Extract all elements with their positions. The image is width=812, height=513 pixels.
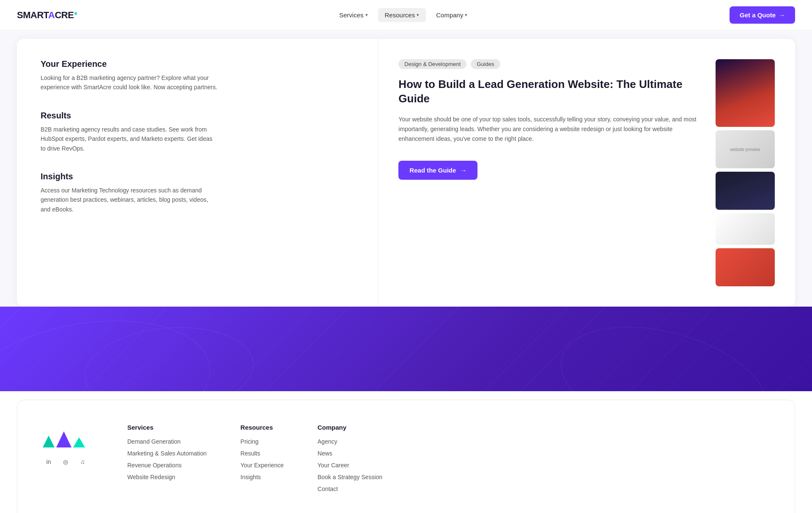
footer-company-list: Agency News Your Career Book a Strategy …: [318, 438, 382, 493]
footer-brand: in ◎ ♫: [43, 424, 102, 497]
instagram-icon[interactable]: ◎: [60, 456, 71, 468]
list-item: Marketing & Sales Automation: [127, 450, 207, 457]
footer-col-resources: Resources Pricing Results Your Experienc…: [241, 424, 284, 497]
list-item: Insights: [241, 473, 284, 481]
footer-link-contact[interactable]: Contact: [318, 486, 338, 492]
chevron-down-icon: ▾: [465, 12, 467, 18]
arrow-right-icon: →: [460, 167, 466, 174]
smartacre-logo-icon: [43, 424, 102, 447]
footer-logo: [43, 424, 102, 447]
article-content: Design & Development Guides How to Build…: [398, 59, 702, 286]
footer-resources-list: Pricing Results Your Experience Insights: [241, 438, 284, 481]
footer-socials: in ◎ ♫: [43, 456, 102, 468]
footer-link-results[interactable]: Results: [241, 450, 261, 457]
get-quote-button[interactable]: Get a Quote →: [730, 6, 795, 24]
preview-img-3: [716, 172, 775, 210]
deco-line-2: [548, 307, 780, 391]
footer-link-agency[interactable]: Agency: [318, 438, 337, 445]
footer-services-list: Demand Generation Marketing & Sales Auto…: [127, 438, 207, 481]
nav-company[interactable]: Company ▾: [429, 8, 474, 22]
footer-link-rev-ops[interactable]: Revenue Operations: [127, 462, 181, 469]
footer-services-heading: Services: [127, 424, 207, 431]
list-item: Demand Generation: [127, 438, 207, 445]
footer-link-your-career[interactable]: Your Career: [318, 462, 349, 469]
nav-services[interactable]: Services ▾: [332, 8, 375, 22]
footer-col-services: Services Demand Generation Marketing & S…: [127, 424, 207, 497]
footer-columns: Services Demand Generation Marketing & S…: [127, 424, 769, 497]
read-guide-button[interactable]: Read the Guide →: [398, 161, 477, 180]
footer-link-pricing[interactable]: Pricing: [241, 438, 259, 445]
insights-title: Insights: [41, 172, 354, 181]
logo[interactable]: SMARTACRE: [17, 10, 77, 21]
footer-link-news[interactable]: News: [318, 450, 332, 457]
list-item: News: [318, 450, 382, 457]
results-desc: B2B marketing agency results and case st…: [41, 125, 218, 153]
footer-link-strategy-session[interactable]: Book a Strategy Session: [318, 474, 382, 480]
preview-img-1: [716, 59, 775, 127]
chevron-down-icon: ▾: [365, 12, 368, 18]
footer-link-insights[interactable]: Insights: [241, 474, 261, 480]
preview-img-4: [716, 213, 775, 245]
purple-banner: [0, 307, 812, 391]
footer-link-mktg-sales[interactable]: Marketing & Sales Automation: [127, 450, 207, 457]
footer-col-company: Company Agency News Your Career Book a S…: [318, 424, 382, 497]
spotify-icon[interactable]: ♫: [77, 456, 88, 468]
content-card: Your Experience Looking for a B2B market…: [17, 39, 795, 307]
footer-company-heading: Company: [318, 424, 382, 431]
preview-column: website preview: [716, 59, 775, 286]
tag-guides: Guides: [471, 59, 500, 69]
list-item: Website Redesign: [127, 473, 207, 481]
list-item: Book a Strategy Session: [318, 473, 382, 481]
tag-design-dev: Design & Development: [398, 59, 466, 69]
list-item: Revenue Operations: [127, 461, 207, 469]
chevron-down-icon: ▾: [417, 12, 419, 18]
decoration-lines: [0, 307, 812, 391]
footer-link-your-experience[interactable]: Your Experience: [241, 462, 284, 469]
preview-img-2: website preview: [716, 130, 775, 168]
results-title: Results: [41, 111, 354, 121]
logo-text: SMARTACRE: [17, 10, 74, 21]
left-panel: Your Experience Looking for a B2B market…: [17, 39, 378, 307]
list-item: Contact: [318, 485, 382, 493]
your-experience-desc: Looking for a B2B marketing agency partn…: [41, 73, 218, 92]
article-title: How to Build a Lead Generation Website: …: [398, 77, 702, 106]
footer-card: in ◎ ♫ Services Demand Generation Market…: [17, 400, 795, 513]
linkedin-icon[interactable]: in: [43, 456, 55, 468]
arrow-right-icon: →: [779, 12, 785, 19]
nav-resources[interactable]: Resources ▾: [378, 8, 426, 22]
list-item: Your Career: [318, 461, 382, 469]
navbar: SMARTACRE Services ▾ Resources ▾ Company…: [0, 0, 812, 30]
footer-link-demand-gen[interactable]: Demand Generation: [127, 438, 181, 445]
right-panel: Design & Development Guides How to Build…: [378, 39, 795, 307]
your-experience-title: Your Experience: [41, 59, 354, 69]
footer-resources-heading: Resources: [241, 424, 284, 431]
main-section: Your Experience Looking for a B2B market…: [0, 30, 812, 307]
list-item: Agency: [318, 438, 382, 445]
your-experience-section: Your Experience Looking for a B2B market…: [41, 59, 354, 92]
list-item: Results: [241, 450, 284, 457]
preview-img-5: [716, 248, 775, 286]
insights-desc: Access our Marketing Technology resource…: [41, 186, 218, 214]
footer-inner: in ◎ ♫ Services Demand Generation Market…: [43, 424, 769, 497]
article-tags: Design & Development Guides: [398, 59, 702, 69]
list-item: Pricing: [241, 438, 284, 445]
footer-link-website-redesign[interactable]: Website Redesign: [127, 474, 175, 480]
article-desc: Your website should be one of your top s…: [398, 115, 702, 144]
nav-links: Services ▾ Resources ▾ Company ▾: [332, 8, 474, 22]
list-item: Your Experience: [241, 461, 284, 469]
insights-section: Insights Access our Marketing Technology…: [41, 172, 354, 214]
logo-dot: [74, 12, 77, 15]
results-section: Results B2B marketing agency results and…: [41, 111, 354, 153]
